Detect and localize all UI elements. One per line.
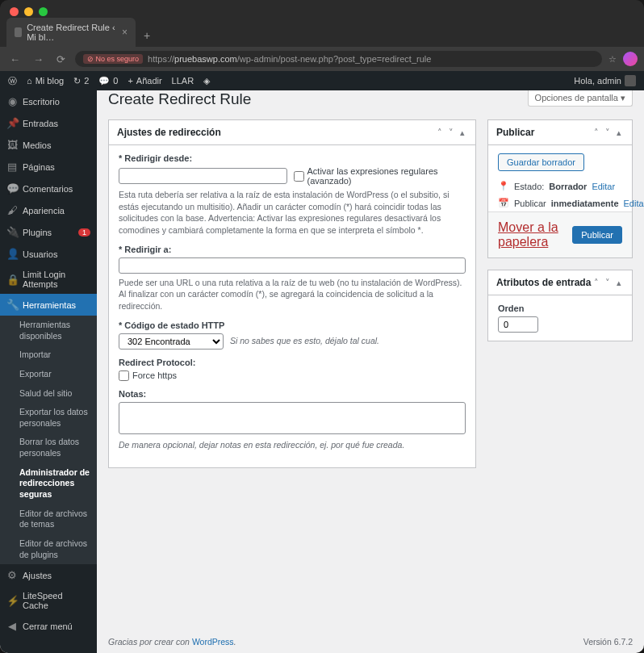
redirect-from-label: * Redirigir desde: [119,153,466,163]
menu-settings[interactable]: ⚙Ajustes [0,564,97,586]
menu-tools[interactable]: 🔧Herramientas [0,294,97,316]
updates-link[interactable]: ↻ 2 [73,76,89,86]
menu-litespeed[interactable]: ⚡LiteSpeed Cache [0,586,97,615]
status-code-select[interactable]: 302 Encontrada [119,333,224,350]
redirect-from-input[interactable] [119,168,287,184]
move-down-icon[interactable]: ˅ [603,278,613,288]
notes-label: Notas: [119,389,466,399]
add-new-link[interactable]: + Añadir [128,76,161,86]
move-up-icon[interactable]: ˄ [592,278,601,288]
publish-title: Publicar [496,127,592,138]
submenu-import[interactable]: Importar [0,345,97,365]
bolt-icon: ⚡ [6,595,18,607]
key-icon: 📍 [498,181,509,191]
close-tab-icon[interactable]: × [122,27,128,38]
address-bar[interactable]: ⊘ No es seguro https://pruebaswp.com/wp-… [75,51,602,67]
menu-comments[interactable]: 💬Comentarios [0,178,97,199]
site-name-link[interactable]: ⌂ Mi blog [27,76,64,86]
insecure-badge: ⊘ No es seguro [83,54,143,64]
submenu-health[interactable]: Salud del sitio [0,384,97,404]
redirect-to-input[interactable] [119,257,466,274]
plugin-update-badge: 1 [78,228,90,237]
publish-box: Publicar ˄ ˅ ▴ Guardar borrador 📍 [487,119,633,258]
browser-tabs: Create Redirect Rule ‹ Mi bl… × + [0,23,644,47]
menu-appearance[interactable]: 🖌Apariencia [0,199,97,221]
submenu-available[interactable]: Herramientas disponibles [0,316,97,345]
browser-toolbar: ← → ⟳ ⊘ No es seguro https://pruebaswp.c… [0,47,644,71]
forward-icon[interactable]: → [30,53,47,65]
calendar-icon: 📅 [498,198,509,208]
admin-footer: Gracias por crear con WordPress. Versión… [108,637,633,647]
minimize-window-button[interactable] [24,7,33,16]
menu-media[interactable]: 🖼Medios [0,134,97,156]
new-tab-button[interactable]: + [136,24,158,47]
browser-tab[interactable]: Create Redirect Rule ‹ Mi bl… × [6,18,136,47]
submenu-plugin-editor[interactable]: Editor de archivos de plugins [0,534,97,564]
profile-avatar[interactable] [623,52,638,66]
redirect-settings-box: Ajustes de redirección ˄ ˅ ▴ * Redirigir… [108,119,476,468]
media-icon: 🖼 [6,139,18,151]
notes-textarea[interactable] [119,402,466,434]
menu-dashboard[interactable]: ◉Escritorio [0,90,97,112]
main-content: Opciones de pantalla ▾ Create Redirect R… [97,71,644,653]
order-label: Orden [498,303,622,313]
move-up-icon[interactable]: ˄ [592,128,601,138]
menu-lla[interactable]: 🔒Limit Login Attempts [0,265,97,294]
status-code-label: * Código de estado HTTP [119,320,466,330]
wordpress-link[interactable]: WordPress [192,637,234,647]
enable-regex-checkbox[interactable] [294,171,304,182]
menu-plugins[interactable]: 🔌Plugins1 [0,221,97,243]
publish-button[interactable]: Publicar [572,226,622,244]
schedule-value: inmediatamente [551,199,619,208]
save-draft-button[interactable]: Guardar borrador [498,153,584,171]
comments-link[interactable]: 💬 0 [98,76,118,86]
screen-options-toggle[interactable]: Opciones de pantalla ▾ [528,90,633,107]
llar-link[interactable]: LLAR [172,76,194,86]
collapse-icon: ◀ [6,620,18,632]
redirect-to-label: * Redirigir a: [119,245,466,254]
submenu-export[interactable]: Exportar [0,365,97,384]
move-down-icon[interactable]: ˅ [446,128,456,138]
force-https-checkbox[interactable] [119,370,129,381]
favicon [15,27,22,37]
howdy-link[interactable]: Hola, admin [574,75,636,86]
submenu-theme-editor[interactable]: Editor de archivos de temas [0,504,97,534]
from-help-text: Esta ruta debería ser relativa a la raíz… [119,189,466,237]
move-to-trash-link[interactable]: Mover a la papelera [498,220,572,249]
menu-users[interactable]: 👤Usuarios [0,243,97,265]
page-icon: ▤ [6,161,18,173]
status-label: Estado: [514,182,544,191]
lock-icon: 🔒 [6,274,18,286]
back-icon[interactable]: ← [6,53,23,65]
box-title: Ajustes de redirección [117,127,435,138]
order-input[interactable] [498,316,538,333]
edit-status-link[interactable]: Editar [592,182,615,191]
menu-posts[interactable]: 📌Entradas [0,112,97,134]
menu-pages[interactable]: ▤Páginas [0,156,97,178]
move-down-icon[interactable]: ˅ [603,128,613,138]
attributes-title: Atributos de entrada [496,277,592,288]
wp-logo-icon[interactable]: ⓦ [8,75,17,87]
toggle-panel-icon[interactable]: ▴ [458,128,467,138]
move-up-icon[interactable]: ˄ [435,128,445,138]
url-text: https://pruebaswp.com/wp-admin/post-new.… [148,54,431,64]
toggle-panel-icon[interactable]: ▴ [614,278,624,288]
attributes-box: Atributos de entrada ˄ ˅ ▴ Orden [487,270,633,341]
close-window-button[interactable] [10,7,19,16]
edit-schedule-link[interactable]: Editar [624,199,645,208]
to-help-text: Puede ser una URL o una ruta relativa a … [119,277,466,312]
submenu-erase-personal[interactable]: Borrar los datos personales [0,433,97,463]
toggle-panel-icon[interactable]: ▴ [614,128,624,138]
enable-regex-label: Activar las expresiones regulares (avanz… [307,166,466,186]
diamond-icon[interactable]: ◈ [203,76,210,86]
bookmark-icon[interactable]: ☆ [608,54,617,65]
status-help-text: Si no sabes que es esto, déjalo tal cual… [230,335,379,347]
menu-collapse[interactable]: ◀Cerrar menú [0,615,97,637]
submenu-export-personal[interactable]: Exportar los datos personales [0,403,97,433]
maximize-window-button[interactable] [39,7,48,16]
comment-icon: 💬 [6,182,18,195]
reload-icon[interactable]: ⟳ [53,53,69,65]
submenu-redirect-admin[interactable]: Administrador de redirecciones seguras [0,463,97,504]
tools-submenu: Herramientas disponibles Importar Export… [0,316,97,564]
wp-admin-bar: ⓦ ⌂ Mi blog ↻ 2 💬 0 + Añadir LLAR ◈ Hola… [0,71,644,90]
